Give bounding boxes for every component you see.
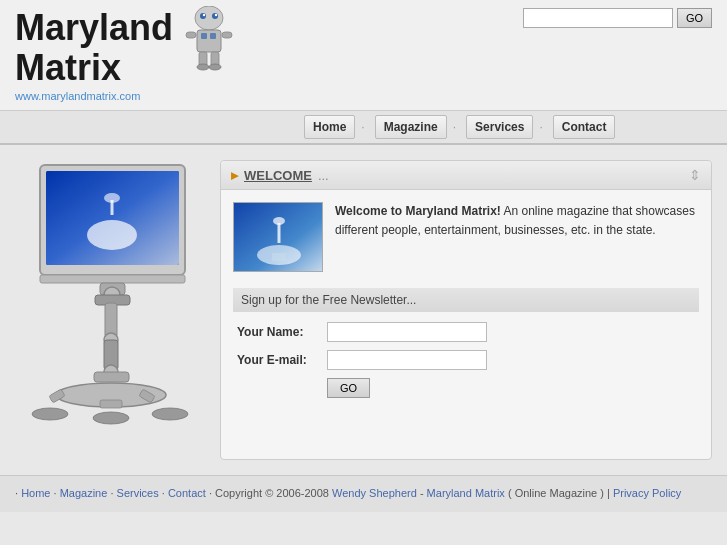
footer: · Home · Magazine · Services · Contact ·… [0, 475, 727, 512]
footer-link-services[interactable]: Services [117, 487, 159, 499]
name-label: Your Name: [237, 325, 327, 339]
email-input[interactable] [327, 350, 487, 370]
nav-sep-3: · [539, 120, 542, 134]
header: Maryland Matrix www.marylandmatrix.com [0, 0, 727, 111]
svg-rect-10 [186, 32, 196, 38]
svg-rect-8 [201, 33, 207, 39]
left-col [15, 160, 210, 450]
content-title-suffix: ... [318, 168, 329, 183]
svg-rect-11 [222, 32, 232, 38]
nav-item-magazine[interactable]: Magazine [375, 115, 447, 139]
footer-site-type: ( Online Magazine ) [508, 487, 604, 499]
nav-item-contact[interactable]: Contact [553, 115, 616, 139]
content-title-area: ▸ WELCOME ... [231, 167, 329, 183]
svg-point-37 [152, 408, 188, 420]
footer-colon-3: · [162, 487, 165, 499]
content-box: ▸ WELCOME ... ⇕ [220, 160, 712, 460]
logo-area: Maryland Matrix www.marylandmatrix.com [15, 8, 242, 102]
content-header: ▸ WELCOME ... ⇕ [221, 161, 711, 190]
footer-dash: - [420, 487, 427, 499]
name-form-row: Your Name: [233, 322, 699, 342]
title-arrow-left: ▸ [231, 167, 238, 183]
email-label: Your E-mail: [237, 353, 327, 367]
newsletter-go-button[interactable]: GO [327, 378, 370, 398]
logo-url[interactable]: www.marylandmatrix.com [15, 90, 173, 102]
page-wrapper: Maryland Matrix www.marylandmatrix.com [0, 0, 727, 545]
footer-sep-start: · [15, 487, 18, 499]
nav: Home · Magazine · Services · Contact [0, 111, 727, 145]
logo-text: Maryland Matrix [15, 8, 173, 87]
email-form-row: Your E-mail: [233, 350, 699, 370]
nav-item-home[interactable]: Home [304, 115, 355, 139]
newsletter-header: Sign up for the Free Newsletter... [233, 288, 699, 312]
robot-logo-icon [177, 6, 242, 86]
svg-point-19 [87, 220, 137, 250]
search-input[interactable] [523, 8, 673, 28]
welcome-image [233, 202, 323, 272]
welcome-text: Welcome to Maryland Matrix! An online ma… [335, 202, 699, 272]
svg-point-41 [273, 217, 285, 225]
svg-point-0 [195, 6, 223, 30]
svg-rect-33 [100, 400, 122, 408]
footer-colon-2: · [110, 487, 113, 499]
footer-colon-4: · [209, 487, 212, 499]
title-arrow-right: ⇕ [689, 167, 701, 183]
svg-rect-22 [40, 275, 185, 283]
monitor-stand-image [20, 160, 205, 450]
header-right: GO [523, 8, 712, 28]
svg-point-4 [215, 14, 217, 16]
name-input[interactable] [327, 322, 487, 342]
svg-rect-9 [210, 33, 216, 39]
footer-site-link[interactable]: Maryland Matrix [427, 487, 505, 499]
svg-point-2 [212, 13, 218, 19]
svg-point-1 [200, 13, 206, 19]
svg-point-3 [203, 14, 205, 16]
footer-author-link[interactable]: Wendy Shepherd [332, 487, 417, 499]
svg-rect-42 [272, 253, 286, 261]
footer-link-magazine[interactable]: Magazine [60, 487, 108, 499]
nav-sep-2: · [453, 120, 456, 134]
nav-sep-1: · [361, 120, 364, 134]
footer-copyright: Copyright © 2006-2008 [215, 487, 329, 499]
footer-colon-1: · [54, 487, 57, 499]
svg-point-14 [197, 64, 209, 70]
footer-link-contact[interactable]: Contact [168, 487, 206, 499]
svg-rect-30 [94, 372, 129, 382]
content-title: WELCOME [244, 168, 312, 183]
svg-point-35 [32, 408, 68, 420]
svg-point-36 [93, 412, 129, 424]
footer-privacy-link[interactable]: Privacy Policy [613, 487, 681, 499]
nav-item-services[interactable]: Services [466, 115, 533, 139]
welcome-row: Welcome to Maryland Matrix! An online ma… [233, 202, 699, 272]
svg-point-15 [209, 64, 221, 70]
svg-point-21 [104, 193, 120, 203]
main: ▸ WELCOME ... ⇕ [0, 145, 727, 475]
welcome-bold: Welcome to Maryland Matrix! [335, 204, 501, 218]
newsletter-section: Sign up for the Free Newsletter... Your … [233, 288, 699, 398]
search-area: GO [523, 8, 712, 28]
svg-rect-7 [197, 30, 221, 52]
content-body: Welcome to Maryland Matrix! An online ma… [221, 190, 711, 410]
footer-link-home[interactable]: Home [21, 487, 50, 499]
svg-rect-18 [46, 171, 179, 265]
search-button[interactable]: GO [677, 8, 712, 28]
